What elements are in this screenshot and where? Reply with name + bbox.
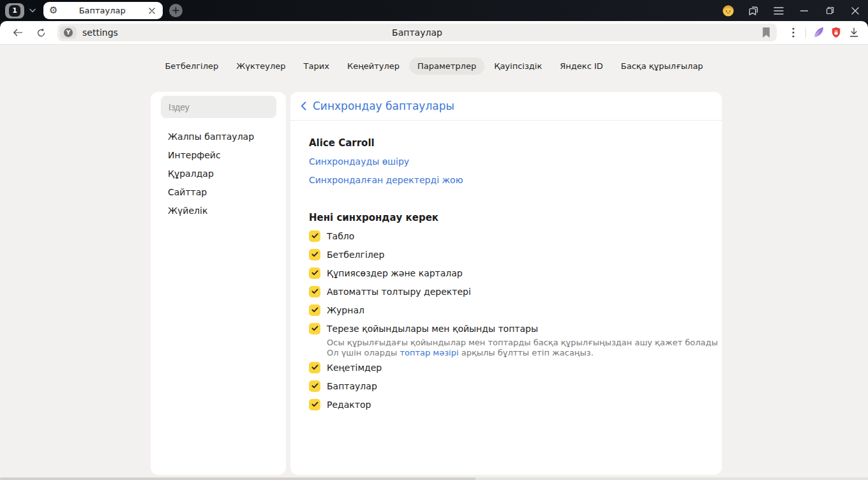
checkbox-checked[interactable]: [309, 380, 320, 392]
checkbox-label: Құпиясөздер және карталар: [327, 268, 463, 278]
sync-option-history[interactable]: Журнал: [309, 301, 703, 319]
minimize-button[interactable]: [791, 0, 817, 21]
scrollbar-thumb[interactable]: [0, 477, 475, 480]
checkbox-checked[interactable]: [309, 304, 320, 316]
sync-option-tabs-groups[interactable]: Терезе қойындылары мен қойынды топтары: [309, 319, 703, 338]
check-icon: [311, 326, 318, 331]
check-icon: [311, 270, 318, 276]
restore-button[interactable]: [817, 0, 842, 21]
refresh-icon: [36, 27, 47, 38]
tab-counter-badge: 1: [9, 5, 20, 17]
checkbox-label: Кеңетімдер: [327, 363, 382, 373]
tab-bookmarks[interactable]: Бетбелгілер: [156, 57, 227, 75]
sync-option-bookmarks[interactable]: Бетбелгілер: [309, 245, 703, 264]
tab-other-devices[interactable]: Басқа құрылғылар: [613, 57, 712, 75]
sync-option-tableau[interactable]: Табло: [309, 227, 703, 245]
back-arrow-icon: [12, 27, 24, 38]
checkbox-checked[interactable]: [309, 362, 320, 373]
tab-yandex-id[interactable]: Яндекс ID: [551, 57, 611, 75]
chevron-left-icon: [299, 101, 308, 111]
search-input[interactable]: [161, 96, 276, 118]
checkbox-checked[interactable]: [309, 286, 320, 297]
tab-downloads[interactable]: Жүктеулер: [228, 57, 294, 75]
checkbox-label: Автоматты толтыру деректері: [327, 287, 471, 297]
description-text: арқылы бұлтты етіп жасаңыз.: [459, 348, 594, 357]
sync-settings-header[interactable]: Синхрондау баптаулары: [290, 92, 722, 121]
link-row: Синхрондауды өшіру: [309, 152, 703, 170]
sync-settings-body: Alice Carroll Синхрондауды өшіру Синхрон…: [290, 121, 722, 414]
sidebar-item-interface[interactable]: Интерфейс: [151, 146, 286, 164]
page-title: Баптаулар: [57, 27, 777, 38]
disable-sync-link[interactable]: Синхрондауды өшіру: [309, 156, 409, 167]
check-icon: [311, 307, 318, 313]
sync-section-title: Нені синхрондау керек: [309, 208, 703, 227]
address-bar[interactable]: Y settings Баптаулар: [57, 24, 777, 41]
back-button[interactable]: [9, 24, 27, 41]
sync-option-description: Осы құрылғыдағы қойындылар мен топтарды …: [327, 338, 703, 358]
checkbox-checked[interactable]: [309, 267, 320, 279]
titlebar-right-controls: [716, 0, 868, 21]
tab-security[interactable]: Қауіпсіздік: [486, 57, 550, 75]
more-options-button[interactable]: [784, 24, 802, 41]
settings-nav-tabs: Бетбелгілер Жүктеулер Тарих Кеңейтулер П…: [0, 45, 868, 75]
delete-synced-data-link[interactable]: Синхрондалған деректерді жою: [309, 175, 463, 185]
sync-option-extensions[interactable]: Кеңетімдер: [309, 358, 703, 377]
hamburger-icon: [774, 7, 784, 15]
check-icon: [311, 233, 318, 239]
sidebar-item-system[interactable]: Жүйелік: [151, 201, 286, 220]
profile-avatar[interactable]: [716, 0, 740, 21]
settings-gear-icon: ⚙: [49, 6, 57, 15]
sidebar-item-tools[interactable]: Құралдар: [151, 164, 286, 183]
check-icon: [311, 364, 318, 370]
sync-option-autofill[interactable]: Автоматты толтыру деректері: [309, 282, 703, 301]
tabs-dropdown-button[interactable]: [24, 3, 41, 19]
restore-icon: [826, 6, 834, 15]
sidebar-item-general[interactable]: Жалпы баптаулар: [151, 127, 286, 146]
link-row: Синхрондалған деректерді жою: [309, 170, 703, 189]
zen-feather-button[interactable]: [809, 24, 827, 41]
feather-icon: [812, 26, 825, 39]
browser-chrome: Y settings Баптаулар: [0, 21, 868, 480]
checkbox-checked[interactable]: [309, 399, 320, 410]
protect-security-button[interactable]: [827, 24, 845, 41]
description-line: Осы құрылғыдағы қойындылар мен топтарды …: [327, 338, 703, 348]
check-icon: [311, 289, 318, 294]
sync-settings-title: Синхрондау баптаулары: [313, 100, 454, 112]
checkbox-label: Баптаулар: [327, 381, 377, 391]
new-tab-button[interactable]: [169, 4, 183, 17]
groups-menu-link[interactable]: топтар мәзірі: [400, 348, 458, 357]
checkbox-label: Табло: [327, 231, 354, 241]
tab-extensions[interactable]: Кеңейтулер: [339, 57, 408, 75]
tab-settings[interactable]: Параметрлер: [409, 57, 484, 75]
sidebar-item-sites[interactable]: Сайттар: [151, 183, 286, 201]
checkbox-checked[interactable]: [309, 230, 320, 242]
close-window-button[interactable]: [842, 0, 868, 21]
check-icon: [311, 401, 318, 407]
address-toolbar: Y settings Баптаулар: [0, 21, 868, 45]
checkbox-label: Терезе қойындылары мен қойынды топтары: [327, 324, 538, 334]
check-icon: [311, 251, 318, 257]
close-tab-icon[interactable]: [147, 6, 157, 16]
bookmark-button[interactable]: [762, 27, 770, 38]
tab-counter-button[interactable]: 1: [5, 3, 24, 19]
collections-button[interactable]: [740, 0, 766, 21]
sync-option-settings[interactable]: Баптаулар: [309, 377, 703, 395]
checkbox-checked[interactable]: [309, 323, 320, 334]
titlebar: 1 ⚙ Баптаулар: [0, 0, 868, 21]
checkbox-label: Редактор: [327, 400, 371, 410]
checkbox-checked[interactable]: [309, 249, 320, 260]
checkbox-label: Журнал: [327, 305, 364, 315]
tab-history[interactable]: Тарих: [296, 57, 338, 75]
sync-option-editor[interactable]: Редактор: [309, 395, 703, 414]
sync-option-passwords-cards[interactable]: Құпиясөздер және карталар: [309, 264, 703, 282]
bookmark-flag-icon: [762, 27, 770, 38]
menu-button[interactable]: [766, 0, 791, 21]
refresh-button[interactable]: [32, 24, 50, 41]
horizontal-scrollbar[interactable]: [0, 477, 868, 480]
checkbox-label: Бетбелгілер: [327, 250, 384, 260]
downloads-button[interactable]: [845, 24, 863, 41]
three-dots-icon: [792, 27, 795, 38]
description-line: Ол үшін оларды топтар мәзірі арқылы бұлт…: [327, 348, 703, 358]
browser-tab[interactable]: ⚙ Баптаулар: [43, 2, 163, 19]
download-icon: [848, 27, 860, 38]
